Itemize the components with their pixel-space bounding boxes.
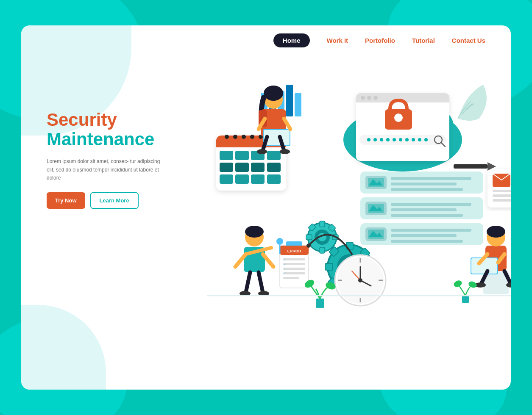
svg-point-53 [373, 138, 377, 141]
svg-rect-78 [391, 208, 457, 211]
svg-point-48 [373, 96, 378, 100]
svg-point-139 [306, 243, 311, 248]
svg-point-54 [380, 138, 383, 141]
svg-rect-71 [391, 183, 457, 185]
svg-rect-24 [235, 174, 249, 184]
svg-rect-16 [235, 151, 249, 160]
nav-tutorial[interactable]: Tutorial [412, 37, 435, 44]
svg-rect-86 [391, 240, 463, 243]
svg-point-37 [257, 149, 267, 154]
main-illustration: ERROR ✓ ✓ ✓ ✓ [148, 59, 511, 356]
learn-more-button[interactable]: Learn More [90, 192, 139, 209]
svg-rect-165 [462, 296, 469, 303]
svg-rect-64 [454, 164, 487, 169]
svg-rect-3 [286, 85, 293, 116]
svg-line-147 [259, 272, 263, 292]
svg-text:✓: ✓ [284, 258, 286, 261]
nav-portofolio[interactable]: Portofolio [365, 37, 395, 44]
svg-rect-79 [391, 214, 463, 217]
svg-rect-92 [493, 194, 511, 197]
svg-rect-99 [325, 263, 333, 270]
svg-rect-23 [220, 174, 233, 184]
svg-rect-93 [493, 199, 511, 202]
btn-group: Try Now Learn More [47, 192, 165, 209]
svg-rect-158 [471, 258, 497, 274]
card-accent-bl [21, 305, 106, 390]
left-content: Security Maintenance Lorem ipsum dolor s… [47, 110, 165, 209]
svg-point-166 [453, 279, 463, 288]
svg-rect-131 [283, 272, 305, 274]
nav-contactus[interactable]: Contact Us [452, 37, 485, 44]
svg-rect-18 [267, 151, 281, 160]
svg-point-8 [225, 135, 229, 139]
svg-point-50 [394, 113, 403, 122]
svg-point-123 [358, 278, 362, 282]
svg-rect-108 [320, 221, 325, 227]
nav-workit[interactable]: Work It [327, 37, 348, 44]
svg-rect-21 [251, 163, 265, 172]
svg-point-11 [250, 135, 254, 139]
hero-description: Lorem ipsum dolor sit amet, consec- tur … [47, 158, 165, 182]
svg-rect-15 [220, 151, 233, 160]
main-card: Home Work It Portofolio Tutorial Contact… [21, 25, 511, 390]
hero-title-security: Security [47, 110, 165, 130]
svg-text:✓: ✓ [284, 267, 286, 270]
svg-point-137 [276, 238, 283, 245]
try-now-button[interactable]: Try Now [47, 192, 85, 209]
svg-point-55 [386, 138, 390, 141]
svg-rect-20 [235, 163, 249, 172]
svg-point-60 [418, 138, 421, 141]
svg-point-57 [399, 138, 402, 141]
svg-point-61 [424, 138, 428, 141]
navbar: Home Work It Portofolio Tutorial Contact… [21, 25, 511, 55]
svg-point-28 [264, 86, 283, 101]
svg-rect-85 [391, 234, 457, 237]
svg-rect-130 [283, 268, 305, 270]
svg-text:ERROR: ERROR [287, 249, 301, 253]
svg-rect-150 [316, 299, 324, 308]
hero-title-maintenance: Maintenance [47, 130, 165, 149]
svg-point-141 [245, 226, 264, 238]
svg-point-9 [233, 135, 237, 139]
illustration-area: ERROR ✓ ✓ ✓ ✓ [148, 59, 502, 381]
svg-line-146 [246, 272, 250, 292]
svg-rect-70 [391, 177, 471, 180]
nav-home[interactable]: Home [273, 33, 310, 47]
nav-links: Home Work It Portofolio Tutorial Contact… [273, 33, 485, 47]
svg-rect-72 [391, 188, 463, 191]
svg-rect-22 [267, 163, 281, 172]
svg-rect-77 [391, 203, 471, 206]
svg-rect-128 [283, 258, 305, 260]
svg-point-47 [367, 96, 371, 100]
svg-point-59 [412, 138, 415, 141]
svg-point-156 [487, 226, 505, 238]
svg-rect-51 [359, 135, 446, 145]
svg-rect-4 [295, 93, 301, 116]
svg-point-46 [361, 96, 365, 100]
svg-rect-26 [267, 174, 281, 184]
svg-rect-132 [283, 277, 299, 279]
svg-rect-25 [251, 174, 265, 184]
svg-point-10 [242, 135, 246, 139]
svg-text:✓: ✓ [284, 272, 286, 275]
svg-text:✓: ✓ [284, 263, 286, 266]
svg-point-38 [280, 149, 290, 154]
svg-point-56 [393, 138, 396, 141]
svg-rect-110 [306, 235, 312, 240]
svg-point-58 [405, 138, 409, 141]
svg-point-52 [367, 138, 370, 141]
svg-rect-109 [320, 247, 325, 253]
svg-rect-129 [283, 263, 305, 265]
svg-rect-84 [391, 229, 471, 232]
svg-rect-19 [220, 163, 233, 172]
svg-rect-91 [493, 190, 511, 192]
